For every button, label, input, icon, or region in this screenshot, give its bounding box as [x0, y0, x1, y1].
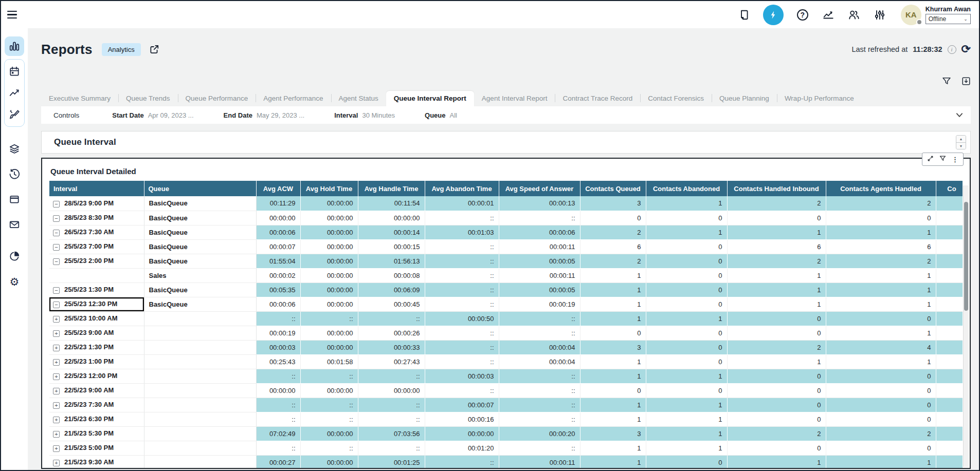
collapse-row-icon[interactable]: −: [53, 244, 60, 251]
interval-cell[interactable]: −25/5/23 2:00 PM: [49, 254, 144, 268]
interval-cell[interactable]: [49, 268, 144, 282]
users-icon[interactable]: [847, 8, 861, 22]
expand-row-icon[interactable]: +: [53, 359, 60, 366]
interval-cell[interactable]: +22/5/23 7:30 AM: [49, 398, 144, 412]
interval-cell[interactable]: −28/5/23 8:30 PM: [49, 211, 144, 225]
kebab-menu-icon[interactable]: ⋮: [952, 156, 958, 163]
tab-queue-trends[interactable]: Queue Trends: [118, 91, 178, 106]
info-icon[interactable]: i: [948, 45, 956, 54]
column-header-avg-speed-of-answer[interactable]: Avg Speed of Answer: [499, 181, 580, 196]
collapse-row-icon[interactable]: −: [53, 201, 60, 208]
expand-row-icon[interactable]: +: [53, 431, 60, 438]
column-header-avg-abandon-time[interactable]: Avg Abandon Time: [425, 181, 499, 196]
interval-cell[interactable]: +21/5/23 6:30 PM: [49, 412, 144, 426]
value-cell: 00:00:00: [300, 340, 358, 354]
sidebar-item-pie-chart[interactable]: [5, 247, 24, 266]
agent-status-select[interactable]: Offline⌄: [925, 14, 971, 24]
tab-contact-forensics[interactable]: Contact Forensics: [640, 91, 712, 106]
expand-row-icon[interactable]: +: [53, 345, 60, 351]
interval-cell[interactable]: +21/5/23 5:00 PM: [49, 441, 144, 455]
interval-cell[interactable]: +21/5/23 9:30 AM: [49, 455, 144, 468]
scrollbar-thumb[interactable]: [964, 202, 968, 311]
interval-cell[interactable]: +25/5/23 9:00 AM: [49, 326, 144, 340]
hamburger-menu-icon[interactable]: [7, 8, 21, 22]
expand-row-icon[interactable]: +: [53, 417, 60, 423]
control-interval[interactable]: Interval30 Minutes: [334, 111, 395, 119]
column-header-avg-handle-time[interactable]: Avg Handle Time: [358, 181, 425, 196]
column-header-contacts-agents-handled[interactable]: Contacts Agents Handled: [826, 181, 936, 196]
column-header-avg-hold-time[interactable]: Avg Hold Time: [300, 181, 358, 196]
column-header-contacts-queued[interactable]: Contacts Queued: [580, 181, 646, 196]
column-header-queue[interactable]: Queue: [144, 181, 256, 196]
tab-wrap-up-performance[interactable]: Wrap-Up Performance: [777, 91, 862, 106]
tab-executive-summary[interactable]: Executive Summary: [41, 91, 118, 106]
control-queue[interactable]: QueueAll: [425, 111, 457, 119]
avatar[interactable]: KA: [901, 5, 921, 25]
interval-cell[interactable]: +22/5/23 1:00 PM: [49, 354, 144, 369]
interval-cell[interactable]: +22/5/23 9:00 AM: [49, 383, 144, 398]
column-header-contacts-abandoned[interactable]: Contacts Abandoned: [646, 181, 727, 196]
settings-sliders-icon[interactable]: [873, 8, 886, 22]
interval-cell[interactable]: +22/5/23 12:00 PM: [49, 369, 144, 383]
interval-cell[interactable]: +21/5/23 5:30 PM: [49, 426, 144, 441]
column-header-contacts-handled-inbound[interactable]: Contacts Handled Inbound: [727, 181, 826, 196]
spinner-up-button[interactable]: ▲: [956, 136, 966, 142]
sidebar-item-trends[interactable]: [5, 83, 24, 103]
expand-icon[interactable]: [927, 155, 934, 164]
expand-row-icon[interactable]: +: [53, 316, 60, 323]
sidebar-item-layers[interactable]: [5, 139, 24, 159]
refresh-icon[interactable]: ⟳: [961, 44, 971, 55]
interval-cell[interactable]: −25/5/23 1:30 PM: [49, 282, 144, 297]
control-start-date[interactable]: Start DateApr 09, 2023 ...: [112, 111, 193, 119]
tab-contract-trace-record[interactable]: Contract Trace Record: [555, 91, 640, 106]
download-icon[interactable]: [961, 77, 971, 88]
interval-cell[interactable]: −25/5/23 12:30 PM: [49, 297, 144, 311]
notes-icon[interactable]: [737, 8, 751, 22]
sidebar-item-reports[interactable]: [5, 36, 24, 56]
card-filter-icon[interactable]: [939, 155, 946, 164]
collapse-row-icon[interactable]: −: [53, 258, 60, 265]
sidebar-item-mail[interactable]: [5, 215, 24, 234]
collapse-row-icon[interactable]: −: [53, 302, 60, 308]
column-header-interval[interactable]: Interval: [49, 181, 144, 196]
expand-row-icon[interactable]: +: [53, 388, 60, 394]
interval-cell[interactable]: +22/5/23 1:30 PM: [49, 340, 144, 354]
sidebar-item-history[interactable]: [5, 164, 24, 184]
expand-row-icon[interactable]: +: [53, 460, 60, 466]
value-cell: 2: [727, 340, 826, 354]
interval-cell[interactable]: −28/5/23 9:00 PM: [49, 196, 144, 211]
interval-cell[interactable]: −25/5/23 7:00 PM: [49, 239, 144, 254]
collapse-row-icon[interactable]: −: [53, 215, 60, 222]
panel-scroll-spinner: ▲ ▼: [956, 135, 966, 149]
filter-icon[interactable]: [942, 77, 951, 88]
expand-row-icon[interactable]: +: [53, 445, 60, 452]
tab-agent-status[interactable]: Agent Status: [331, 91, 386, 106]
sidebar-item-design[interactable]: [5, 105, 24, 124]
sidebar-item-window[interactable]: [5, 190, 24, 209]
tab-agent-performance[interactable]: Agent Performance: [256, 91, 331, 106]
expand-row-icon[interactable]: +: [53, 330, 60, 337]
collapse-row-icon[interactable]: −: [53, 287, 60, 294]
metrics-chart-icon[interactable]: [822, 8, 835, 22]
tab-queue-interval-report[interactable]: Queue Interval Report: [386, 91, 474, 106]
column-header-avg-acw[interactable]: Avg ACW: [256, 181, 300, 196]
tab-agent-interval-report[interactable]: Agent Interval Report: [474, 91, 555, 106]
control-end-date[interactable]: End DateMay 29, 2023 ...: [224, 111, 305, 119]
sidebar-item-calendar[interactable]: [5, 62, 24, 81]
spinner-down-button[interactable]: ▼: [956, 142, 966, 149]
sidebar-item-settings[interactable]: ⚙: [5, 272, 24, 291]
tab-queue-planning[interactable]: Queue Planning: [712, 91, 777, 106]
expand-row-icon[interactable]: +: [53, 402, 60, 409]
value-cell: 3: [580, 196, 646, 211]
interval-cell[interactable]: −26/5/23 7:30 AM: [49, 225, 144, 239]
help-icon[interactable]: ?: [796, 8, 809, 22]
tab-queue-performance[interactable]: Queue Performance: [178, 91, 256, 106]
vertical-scrollbar[interactable]: [963, 185, 969, 467]
external-link-icon[interactable]: [149, 44, 159, 54]
column-header-co[interactable]: Co: [936, 181, 963, 196]
collapse-row-icon[interactable]: −: [53, 230, 60, 236]
expand-row-icon[interactable]: +: [53, 373, 60, 380]
realtime-metrics-icon[interactable]: [763, 5, 784, 25]
controls-collapse-chevron-icon[interactable]: [955, 111, 964, 119]
interval-cell[interactable]: +25/5/23 10:00 AM: [49, 311, 144, 326]
